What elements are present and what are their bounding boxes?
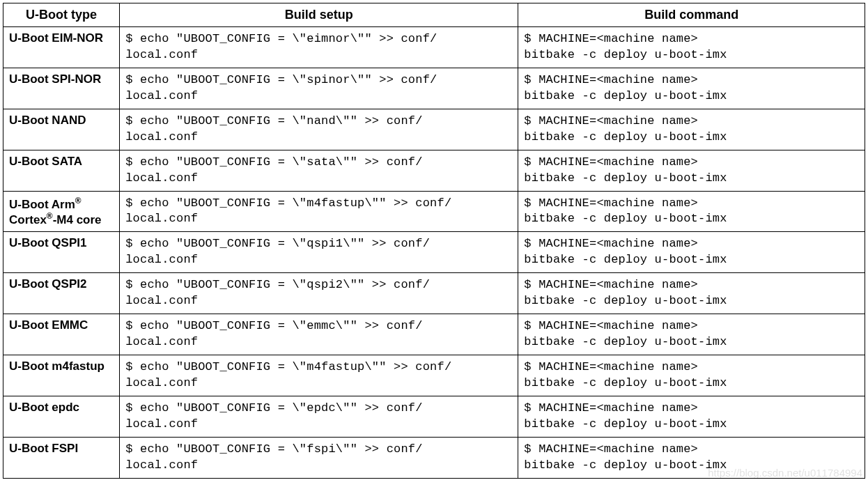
setup-cell: $ echo "UBOOT_CONFIG = \"m4fastup\"" >> … xyxy=(120,191,518,232)
type-cell: U-Boot NAND xyxy=(3,109,120,150)
table-header: U-Boot type Build setup Build command xyxy=(3,3,865,27)
type-cell: U-Boot epdc xyxy=(3,396,120,437)
setup-cell: $ echo "UBOOT_CONFIG = \"emmc\"" >> conf… xyxy=(120,314,518,355)
table-row: U-Boot epdc$ echo "UBOOT_CONFIG = \"epdc… xyxy=(3,396,865,437)
type-cell: U-Boot SPI-NOR xyxy=(3,68,120,109)
setup-cell: $ echo "UBOOT_CONFIG = \"epdc\"" >> conf… xyxy=(120,396,518,437)
setup-cell: $ echo "UBOOT_CONFIG = \"qspi1\"" >> con… xyxy=(120,232,518,273)
type-cell: U-Boot EIM-NOR xyxy=(3,27,120,68)
header-setup: Build setup xyxy=(120,3,518,27)
table-row: U-Boot Arm® Cortex®-M4 core$ echo "UBOOT… xyxy=(3,191,865,232)
type-cell: U-Boot FSPI xyxy=(3,437,120,478)
header-type: U-Boot type xyxy=(3,3,120,27)
setup-cell: $ echo "UBOOT_CONFIG = \"fspi\"" >> conf… xyxy=(120,437,518,478)
type-cell: U-Boot EMMC xyxy=(3,314,120,355)
cmd-cell: $ MACHINE=<machine name> bitbake -c depl… xyxy=(518,232,865,273)
setup-cell: $ echo "UBOOT_CONFIG = \"spinor\"" >> co… xyxy=(120,68,518,109)
table-row: U-Boot FSPI$ echo "UBOOT_CONFIG = \"fspi… xyxy=(3,437,865,478)
type-cell: U-Boot m4fastup xyxy=(3,355,120,396)
cmd-cell: $ MACHINE=<machine name> bitbake -c depl… xyxy=(518,355,865,396)
table-row: U-Boot EIM-NOR$ echo "UBOOT_CONFIG = \"e… xyxy=(3,27,865,68)
cmd-cell: $ MACHINE=<machine name> bitbake -c depl… xyxy=(518,109,865,150)
setup-cell: $ echo "UBOOT_CONFIG = \"sata\"" >> conf… xyxy=(120,150,518,191)
setup-cell: $ echo "UBOOT_CONFIG = \"eimnor\"" >> co… xyxy=(120,27,518,68)
type-cell: U-Boot Arm® Cortex®-M4 core xyxy=(3,191,120,232)
type-cell: U-Boot QSPI2 xyxy=(3,273,120,314)
table-row: U-Boot SATA$ echo "UBOOT_CONFIG = \"sata… xyxy=(3,150,865,191)
cmd-cell: $ MACHINE=<machine name> bitbake -c depl… xyxy=(518,314,865,355)
table-row: U-Boot m4fastup$ echo "UBOOT_CONFIG = \"… xyxy=(3,355,865,396)
cmd-cell: $ MACHINE=<machine name> bitbake -c depl… xyxy=(518,437,865,478)
table-row: U-Boot QSPI2$ echo "UBOOT_CONFIG = \"qsp… xyxy=(3,273,865,314)
cmd-cell: $ MACHINE=<machine name> bitbake -c depl… xyxy=(518,68,865,109)
table-row: U-Boot EMMC$ echo "UBOOT_CONFIG = \"emmc… xyxy=(3,314,865,355)
setup-cell: $ echo "UBOOT_CONFIG = \"nand\"" >> conf… xyxy=(120,109,518,150)
cmd-cell: $ MACHINE=<machine name> bitbake -c depl… xyxy=(518,273,865,314)
type-cell: U-Boot QSPI1 xyxy=(3,232,120,273)
table-row: U-Boot QSPI1$ echo "UBOOT_CONFIG = \"qsp… xyxy=(3,232,865,273)
cmd-cell: $ MACHINE=<machine name> bitbake -c depl… xyxy=(518,396,865,437)
table-row: U-Boot NAND$ echo "UBOOT_CONFIG = \"nand… xyxy=(3,109,865,150)
setup-cell: $ echo "UBOOT_CONFIG = \"qspi2\"" >> con… xyxy=(120,273,518,314)
cmd-cell: $ MACHINE=<machine name> bitbake -c depl… xyxy=(518,150,865,191)
cmd-cell: $ MACHINE=<machine name> bitbake -c depl… xyxy=(518,27,865,68)
uboot-build-table: U-Boot type Build setup Build command U-… xyxy=(3,3,865,479)
table-row: U-Boot SPI-NOR$ echo "UBOOT_CONFIG = \"s… xyxy=(3,68,865,109)
cmd-cell: $ MACHINE=<machine name> bitbake -c depl… xyxy=(518,191,865,232)
table-body: U-Boot EIM-NOR$ echo "UBOOT_CONFIG = \"e… xyxy=(3,27,865,479)
type-cell: U-Boot SATA xyxy=(3,150,120,191)
header-cmd: Build command xyxy=(518,3,865,27)
setup-cell: $ echo "UBOOT_CONFIG = \"m4fastup\"" >> … xyxy=(120,355,518,396)
